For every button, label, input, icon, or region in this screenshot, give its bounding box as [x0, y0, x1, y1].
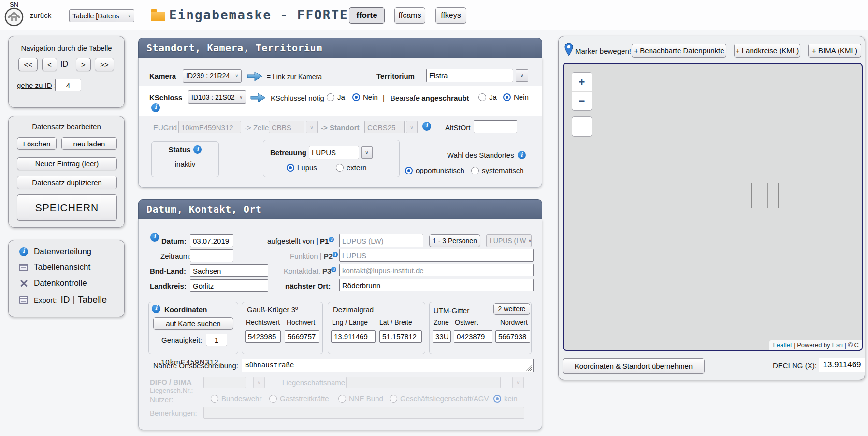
betreuung-dropdown-button[interactable]: ∨: [361, 146, 373, 159]
new-entry-button[interactable]: Neuer Eintrag (leer): [17, 157, 117, 170]
reload-button[interactable]: neu laden: [61, 137, 117, 150]
p1-select[interactable]: LUPUS (LW ∨: [486, 234, 532, 247]
bearsafe-nein-option[interactable]: Nein: [503, 93, 529, 101]
goto-id-link[interactable]: gehe zu ID: [17, 81, 52, 89]
camera-link-arrow-icon[interactable]: [246, 71, 263, 84]
altstort-input[interactable]: [474, 120, 517, 133]
dg-lng-input[interactable]: 13.911469: [331, 330, 376, 343]
info-icon[interactable]: [150, 233, 159, 242]
status-value: inaktiv: [152, 160, 218, 168]
landkreise-kml-button[interactable]: + Landkreise (KML): [734, 44, 800, 58]
datenpunkte-button[interactable]: + Benachbarte Datenpunkte: [632, 44, 726, 58]
betreuung-input[interactable]: LUPUS: [309, 146, 359, 159]
landkreis-input[interactable]: Görlitz: [190, 279, 268, 292]
map-canvas[interactable]: + − Leaflet | Powered by Esri | © C: [563, 63, 863, 351]
kschluessel-nein-option[interactable]: Nein: [352, 93, 378, 101]
info-icon[interactable]: [518, 151, 526, 159]
radio-icon[interactable]: [471, 167, 479, 174]
info-icon[interactable]: [333, 252, 338, 257]
standort-dropdown-button: ∨: [406, 121, 418, 133]
utm-col-nordwert: Nordwert: [500, 319, 528, 326]
datum-input[interactable]: 03.07.2019: [190, 234, 233, 247]
delete-button[interactable]: Löschen: [17, 137, 57, 150]
utm-zone-input[interactable]: 33U: [433, 330, 451, 343]
wahl-opportunistisch-option[interactable]: opportunistisch: [405, 166, 464, 174]
next-record-button[interactable]: >: [76, 58, 91, 71]
gk-hochwert-input[interactable]: 5669757: [285, 330, 319, 343]
utm-ostwert-input[interactable]: 0423879: [454, 330, 492, 343]
utm-more-button[interactable]: 2 weitere: [493, 303, 530, 315]
info-icon[interactable]: [151, 103, 160, 112]
info-icon[interactable]: [422, 122, 431, 131]
kschluessel-ja-option[interactable]: Ja: [327, 93, 345, 101]
radio-icon[interactable]: [336, 164, 344, 172]
territorium-input[interactable]: Elstra: [426, 69, 513, 82]
territorium-dropdown-button[interactable]: ∨: [516, 69, 528, 82]
bearsafe-ja-option[interactable]: Ja: [478, 93, 497, 101]
betreuung-extern-option[interactable]: extern: [336, 163, 367, 172]
goto-id-input[interactable]: 4: [55, 79, 81, 91]
apply-coordinates-button[interactable]: Koordinaten & Standort übernehmen: [563, 358, 705, 374]
record-edit-title: Datensatz bearbeiten: [9, 122, 124, 131]
kschloss-link-arrow-icon[interactable]: [250, 92, 266, 105]
betreuung-lupus-option[interactable]: Lupus: [287, 163, 317, 172]
table-select[interactable]: Tabelle [Datens ∨: [69, 9, 134, 22]
radio-icon[interactable]: [287, 164, 294, 172]
app-tab-ffkeys[interactable]: ffkeys: [435, 7, 466, 24]
sidebar-item-datenkontrolle[interactable]: Datenkontrolle: [19, 278, 87, 288]
duplicate-button[interactable]: Datensatz duplizieren: [17, 176, 117, 189]
back-link[interactable]: zurück: [30, 11, 51, 19]
export-table-link[interactable]: Tabelle: [78, 294, 107, 305]
p2-input[interactable]: LUPUS: [339, 249, 534, 262]
radio-icon[interactable]: [478, 93, 486, 101]
map-layers-button[interactable]: [572, 116, 592, 137]
info-icon[interactable]: [331, 267, 336, 272]
radio-icon[interactable]: [327, 93, 334, 101]
radio-icon[interactable]: [405, 167, 413, 174]
gk-rechtswert-input[interactable]: 5423985: [245, 330, 281, 343]
personen-button[interactable]: 1 - 3 Personen: [429, 234, 480, 247]
first-record-button[interactable]: <<: [18, 58, 38, 71]
resize-handle-icon[interactable]: [526, 365, 532, 371]
zoom-in-button[interactable]: +: [572, 73, 592, 91]
home-icon[interactable]: [4, 7, 24, 27]
ortsbeschreibung-textarea[interactable]: Bühnaustraße: [242, 359, 534, 372]
chevron-down-icon: ∨: [365, 150, 368, 155]
koordinaten-box: Koordinaten auf Karte suchen Genauigkeit…: [148, 302, 238, 354]
utm-nordwert-input[interactable]: 5667938: [495, 330, 530, 343]
bima-kml-button[interactable]: + BIMA (KML): [808, 44, 861, 58]
naechster-ort-input[interactable]: Röderbrunn: [339, 279, 534, 291]
genauigkeit-input[interactable]: 1: [206, 334, 227, 346]
p1-input[interactable]: LUPUS (LW): [339, 234, 423, 247]
radio-icon[interactable]: [503, 93, 511, 101]
app-tab-ffcams[interactable]: ffcams: [394, 7, 425, 24]
karte-suchen-button[interactable]: auf Karte suchen: [153, 317, 233, 330]
chevron-down-icon: ∨: [528, 238, 532, 243]
esri-link[interactable]: Esri: [832, 341, 842, 349]
app-tab-fforte[interactable]: fforte: [349, 7, 385, 24]
radio-icon[interactable]: [352, 93, 360, 101]
info-icon[interactable]: [152, 305, 160, 313]
info-icon[interactable]: [329, 237, 334, 242]
zoom-out-button[interactable]: −: [572, 91, 592, 110]
zelle-input: CBBS: [269, 121, 304, 133]
wahl-systematisch-option[interactable]: systematisch: [471, 166, 524, 174]
altstort-label: AltStOrt: [445, 123, 471, 131]
sidebar-item-tabellenansicht[interactable]: Tabellenansicht: [19, 262, 90, 272]
kschloss-select[interactable]: ID103 : 21S02 ∨: [188, 90, 246, 104]
p3-input[interactable]: kontakt@lupus-institut.de: [339, 264, 534, 276]
sidebar-item-datenverteilung[interactable]: Datenverteilung: [19, 247, 91, 257]
zeitraum-input[interactable]: [190, 249, 233, 262]
info-icon[interactable]: [193, 145, 202, 154]
kamera-select[interactable]: ID239 : 21R24 ∨: [183, 69, 242, 83]
bndland-input[interactable]: Sachsen: [190, 264, 268, 277]
save-button[interactable]: SPEICHERN: [17, 194, 117, 221]
kamera-label: Kamera: [149, 72, 176, 80]
export-id-link[interactable]: ID: [61, 294, 70, 305]
prev-record-button[interactable]: <: [42, 58, 57, 71]
last-record-button[interactable]: >>: [95, 58, 114, 71]
map-tile-outline: [751, 183, 779, 208]
dg-lat-input[interactable]: 51.157812: [379, 330, 422, 343]
topbar: SN zurück Tabelle [Datens ∨ Eingabemaske…: [0, 0, 868, 30]
leaflet-link[interactable]: Leaflet: [773, 341, 792, 349]
